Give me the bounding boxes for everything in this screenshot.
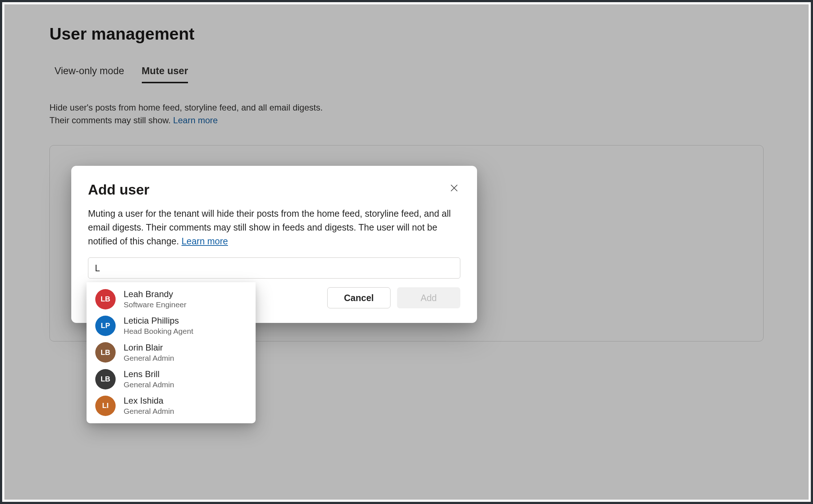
suggestion-name: Leticia Phillips (124, 315, 193, 326)
user-search-input[interactable] (88, 257, 460, 279)
suggestion-role: General Admin (124, 353, 174, 363)
suggestion-role: Head Booking Agent (124, 326, 193, 336)
suggestion-name: Leah Brandy (124, 289, 187, 300)
close-icon (449, 188, 459, 194)
dialog-learn-more-link[interactable]: Learn more (181, 236, 228, 246)
suggestion-name: Lex Ishida (124, 395, 174, 406)
avatar: LB (95, 289, 116, 309)
dialog-title: Add user (88, 182, 149, 198)
suggestion-role: General Admin (124, 406, 174, 416)
suggestion-name: Lorin Blair (124, 342, 174, 353)
add-button: Add (397, 287, 460, 308)
dialog-body-text: Muting a user for the tenant will hide t… (88, 208, 451, 246)
avatar: LB (95, 342, 116, 363)
avatar: LI (95, 396, 116, 416)
avatar: LB (95, 369, 116, 389)
suggestion-role: Software Engineer (124, 300, 187, 309)
suggestion-item[interactable]: LB Lorin Blair General Admin (87, 339, 256, 366)
suggestion-name: Lens Brill (124, 369, 174, 380)
close-button[interactable] (448, 182, 460, 195)
avatar: LP (95, 316, 116, 336)
dialog-body: Muting a user for the tenant will hide t… (88, 207, 460, 248)
suggestion-item[interactable]: LI Lex Ishida General Admin (87, 392, 256, 419)
user-suggestions-dropdown: LB Leah Brandy Software Engineer LP Leti… (87, 282, 256, 423)
suggestion-item[interactable]: LB Leah Brandy Software Engineer (87, 286, 256, 312)
suggestion-role: General Admin (124, 380, 174, 389)
cancel-button[interactable]: Cancel (327, 287, 391, 308)
suggestion-item[interactable]: LB Lens Brill General Admin (87, 366, 256, 392)
suggestion-item[interactable]: LP Leticia Phillips Head Booking Agent (87, 312, 256, 339)
